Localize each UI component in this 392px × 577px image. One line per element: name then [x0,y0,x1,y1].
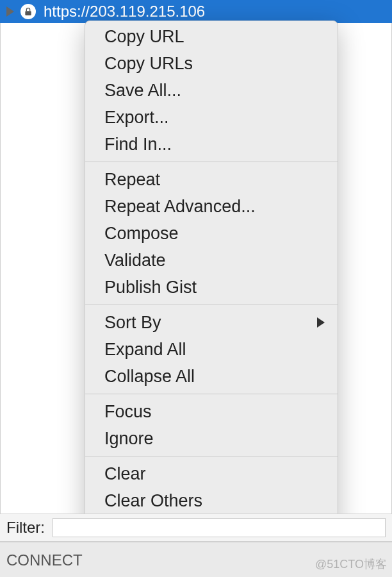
filter-input[interactable] [53,518,386,537]
menu-item-find-in[interactable]: Find In... [85,131,338,158]
menu-item-collapse-all[interactable]: Collapse All [85,363,338,390]
svg-rect-0 [25,11,31,15]
menu-item-export[interactable]: Export... [85,104,338,131]
menu-item-validate[interactable]: Validate [85,247,338,274]
menu-item-save-all[interactable]: Save All... [85,77,338,104]
filter-bar: Filter: [0,514,392,542]
menu-item-expand-all[interactable]: Expand All [85,336,338,363]
menu-item-ignore[interactable]: Ignore [85,425,338,452]
host-row[interactable]: https://203.119.215.106 [0,0,392,23]
context-menu: Copy URLCopy URLsSave All...Export...Fin… [85,21,338,577]
menu-item-focus[interactable]: Focus [85,398,338,425]
menu-item-repeat[interactable]: Repeat [85,166,338,193]
menu-item-clear-others[interactable]: Clear Others [85,487,338,514]
watermark: @51CTO博客 [315,556,387,572]
menu-item-repeat-advanced[interactable]: Repeat Advanced... [85,193,338,220]
menu-item-sort-by[interactable]: Sort By [85,309,338,336]
menu-separator [85,162,338,162]
menu-separator [85,305,338,305]
ssl-lock-icon [20,4,36,19]
menu-separator [85,394,338,394]
menu-item-copy-url[interactable]: Copy URL [85,23,338,50]
status-text: CONNECT [6,551,83,569]
disclosure-triangle-icon[interactable] [6,6,14,17]
menu-item-publish-gist[interactable]: Publish Gist [85,274,338,301]
menu-item-clear[interactable]: Clear [85,460,338,487]
host-url: https://203.119.215.106 [44,3,205,21]
menu-item-copy-urls[interactable]: Copy URLs [85,50,338,77]
menu-item-compose[interactable]: Compose [85,220,338,247]
menu-separator [85,456,338,456]
filter-label: Filter: [6,519,45,537]
